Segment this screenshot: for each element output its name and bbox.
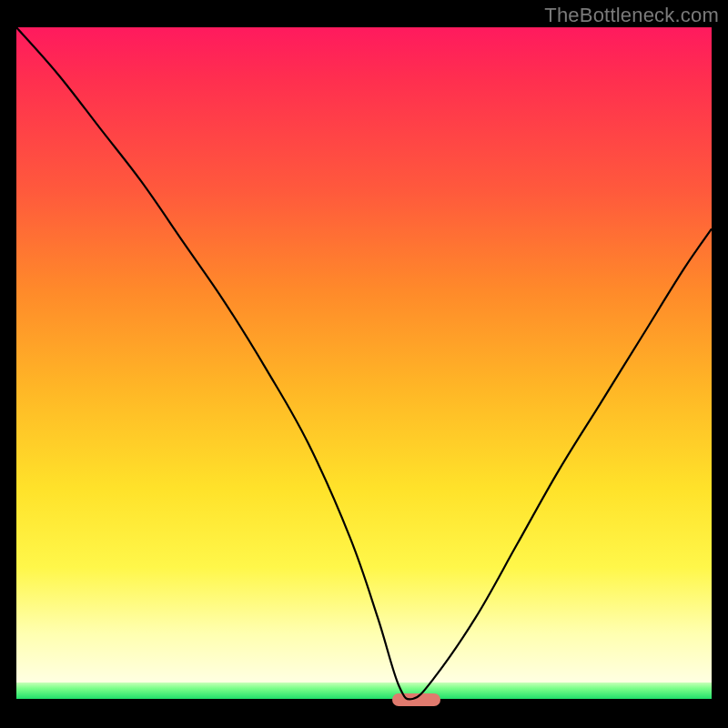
bottleneck-curve: [16, 27, 712, 712]
plot-area: [16, 27, 712, 712]
attribution-text: TheBottleneck.com: [544, 4, 719, 27]
chart-frame: TheBottleneck.com: [0, 0, 728, 728]
curve-path: [16, 27, 712, 700]
